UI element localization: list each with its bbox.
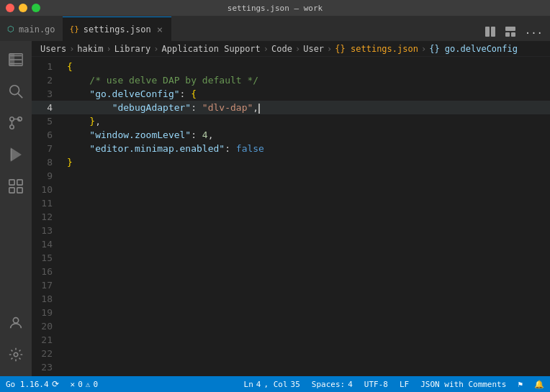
line-content-6: "window.zoomLevel": 4,	[64, 128, 214, 142]
breadcrumb-user[interactable]: User	[303, 44, 324, 54]
app-container: ⬡ main.go {} settings.json × ···	[0, 16, 550, 392]
line-content-3: "go.delveConfig": {	[64, 87, 197, 101]
code-line-1: 1 {	[32, 60, 550, 73]
code-line-9: 9	[32, 169, 550, 183]
status-errors[interactable]: ✕ 0 ⚠ 0	[65, 376, 104, 392]
spaces-value: 4	[348, 380, 353, 389]
tab-right-icons: ···	[483, 24, 550, 41]
line-num-8: 8	[32, 155, 64, 169]
line-content-8: }	[64, 155, 73, 169]
code-line-19: 19	[32, 306, 550, 319]
code-line-4: 4 "debugAdapter": "dlv-dap",	[32, 101, 550, 114]
status-line-ending[interactable]: LF	[394, 376, 415, 392]
col-value: 35	[291, 380, 300, 389]
svg-point-7	[10, 86, 19, 95]
warning-icon: ⚠	[86, 380, 91, 389]
svg-rect-0	[485, 27, 490, 37]
language-value: JSON with Comments	[420, 380, 506, 389]
svg-point-19	[14, 352, 18, 357]
settings-tab-close[interactable]: ×	[155, 24, 164, 35]
code-line-10: 10	[32, 183, 550, 196]
line-num-7: 7	[32, 142, 64, 155]
code-editor[interactable]: 1 { 2 /* use delve DAP by default */ 3 "…	[32, 57, 550, 376]
line-num-13: 13	[32, 224, 64, 237]
line-num-11: 11	[32, 196, 64, 210]
spaces-label: Spaces:	[312, 380, 345, 389]
line-num-5: 5	[32, 114, 64, 128]
error-icon: ✕	[71, 380, 76, 389]
layout-icon[interactable]	[503, 24, 518, 41]
breadcrumb-users[interactable]: Users	[40, 44, 66, 54]
status-bar: Go 1.16.4 ⟳ ✕ 0 ⚠ 0 Ln 4, Col 35 Spaces:…	[0, 376, 550, 392]
code-line-21: 21	[32, 333, 550, 347]
main-tab-icon: ⬡	[7, 24, 14, 34]
split-editor-icon[interactable]	[483, 24, 497, 41]
breadcrumb-settings-json[interactable]: {} settings.json	[335, 44, 418, 54]
line-num-23: 23	[32, 360, 64, 374]
sidebar-item-search[interactable]	[0, 76, 32, 107]
main-tab-label: main.go	[19, 24, 55, 35]
status-notifications[interactable]: 🔔	[528, 376, 550, 392]
breadcrumb-code[interactable]: Code	[271, 44, 292, 54]
sidebar-item-extensions[interactable]	[0, 170, 32, 202]
breadcrumb-hakim[interactable]: hakim	[77, 44, 103, 54]
sidebar-item-settings[interactable]	[0, 339, 32, 370]
line-num-21: 21	[32, 333, 64, 347]
line-num-16: 16	[32, 265, 64, 278]
line-content-5: },	[64, 114, 101, 128]
error-count: 0	[78, 380, 83, 389]
svg-point-10	[10, 125, 14, 129]
close-button[interactable]	[6, 4, 14, 12]
tab-settings[interactable]: {} settings.json ×	[63, 17, 172, 41]
line-num-6: 6	[32, 128, 64, 142]
line-num-12: 12	[32, 210, 64, 224]
status-bar-right: Ln 4, Col 35 Spaces: 4 UTF-8 LF JSON wit…	[238, 376, 550, 392]
line-num-4: 4	[32, 101, 64, 114]
svg-rect-17	[17, 188, 22, 193]
go-sync-icon: ⟳	[52, 379, 59, 389]
line-num-10: 10	[32, 183, 64, 196]
line-num-17: 17	[32, 278, 64, 292]
title-bar: settings.json — work	[0, 0, 550, 16]
col-label: , Col	[263, 380, 287, 389]
line-num-19: 19	[32, 306, 64, 319]
status-go-version[interactable]: Go 1.16.4 ⟳	[0, 376, 65, 392]
minimize-button[interactable]	[19, 4, 27, 12]
ln-value: 4	[256, 380, 261, 389]
svg-rect-14	[9, 180, 14, 185]
code-line-14: 14	[32, 237, 550, 251]
sidebar-item-run[interactable]	[0, 139, 32, 170]
status-feedback[interactable]: ⚑	[512, 376, 528, 392]
code-line-5: 5 },	[32, 114, 550, 128]
svg-rect-4	[511, 32, 515, 37]
code-line-12: 12	[32, 210, 550, 224]
tab-main[interactable]: ⬡ main.go	[0, 17, 63, 41]
status-spaces[interactable]: Spaces: 4	[306, 376, 359, 392]
more-actions-icon[interactable]: ···	[523, 26, 544, 40]
status-position[interactable]: Ln 4, Col 35	[238, 376, 306, 392]
line-ending-value: LF	[400, 380, 409, 389]
sidebar-item-account[interactable]	[0, 307, 32, 339]
line-num-1: 1	[32, 60, 64, 73]
code-line-22: 22	[32, 347, 550, 360]
svg-point-18	[13, 318, 18, 323]
code-line-23: 23	[32, 360, 550, 374]
window-controls	[6, 4, 40, 12]
sidebar-item-explorer[interactable]	[0, 44, 32, 76]
status-encoding[interactable]: UTF-8	[359, 376, 394, 392]
svg-rect-2	[505, 27, 515, 31]
code-line-15: 15	[32, 251, 550, 265]
breadcrumb-appsupport[interactable]: Application Support	[162, 44, 261, 54]
line-num-18: 18	[32, 292, 64, 306]
line-num-15: 15	[32, 251, 64, 265]
line-content-4: "debugAdapter": "dlv-dap",	[64, 101, 260, 114]
code-line-16: 16	[32, 265, 550, 278]
status-language[interactable]: JSON with Comments	[415, 376, 512, 392]
maximize-button[interactable]	[32, 4, 40, 12]
settings-tab-label: settings.json	[84, 24, 151, 35]
activity-bar-bottom	[0, 307, 32, 376]
breadcrumb-library[interactable]: Library	[114, 44, 151, 54]
breadcrumb-go-delve[interactable]: {} go.delveConfig	[429, 44, 518, 54]
code-line-6: 6 "window.zoomLevel": 4,	[32, 128, 550, 142]
sidebar-item-scm[interactable]	[0, 107, 32, 139]
